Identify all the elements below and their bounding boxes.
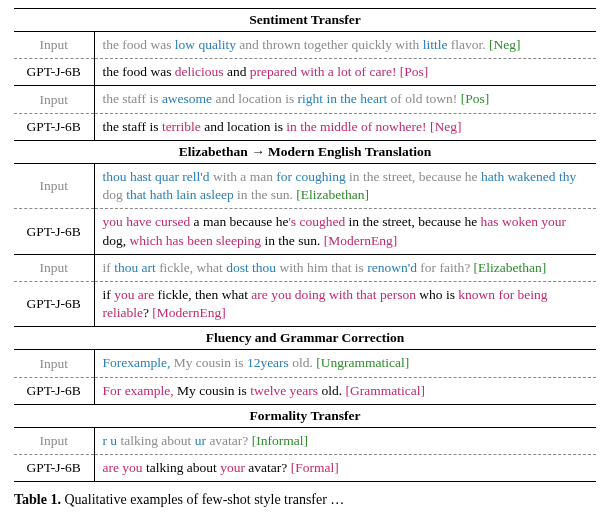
text-segment: talking about [143, 460, 221, 475]
section-title: Fluency and Grammar Correction [14, 327, 596, 350]
text-segment: the staff is [103, 119, 162, 134]
text-segment: [Formal] [291, 460, 339, 475]
text-segment: ? [143, 305, 152, 320]
text-segment: renown'd [367, 260, 417, 275]
row-label-input: Input [14, 86, 94, 113]
section-header: Elizabethan → Modern English Translation [14, 140, 596, 163]
text-segment: your [220, 460, 245, 475]
text-segment: ur [195, 433, 206, 448]
text-segment: fickle, then what [154, 287, 251, 302]
text-segment: right in the heart [298, 91, 388, 106]
text-segment: and location is [201, 119, 286, 134]
row-label-model: GPT-J-6B [14, 455, 94, 482]
table-row: Inputthe food was low quality and thrown… [14, 32, 596, 59]
caption-text: Qualitative examples of few-shot style t… [61, 492, 344, 507]
text-segment: and thrown together quickly with [236, 37, 423, 52]
text-segment: [ModernEng] [152, 305, 225, 320]
row-label-input: Input [14, 163, 94, 208]
text-segment: 's coughed [288, 214, 345, 229]
text-segment: with him that is [276, 260, 367, 275]
text-segment: My cousin is [174, 383, 251, 398]
text-segment: you have cursed [103, 214, 191, 229]
style-transfer-table: Sentiment TransferInputthe food was low … [14, 8, 596, 482]
text-segment: avatar? [206, 433, 252, 448]
row-label-model: GPT-J-6B [14, 281, 94, 326]
output-text: the food was delicious and prepared with… [94, 59, 596, 86]
text-segment: the food was [103, 64, 175, 79]
output-text: you have cursed a man because he's cough… [94, 209, 596, 254]
text-segment: which has been sleeping [130, 233, 262, 248]
input-text: thou hast quar rell'd with a man for cou… [94, 163, 596, 208]
table-row: GPT-J-6Byou have cursed a man because he… [14, 209, 596, 254]
table-row: GPT-J-6Bthe food was delicious and prepa… [14, 59, 596, 86]
text-segment: in the sun. [234, 187, 297, 202]
table-row: GPT-J-6Bare you talking about your avata… [14, 455, 596, 482]
text-segment: little [423, 37, 448, 52]
text-segment: My cousin is [170, 355, 247, 370]
text-segment: if [103, 287, 115, 302]
row-label-model: GPT-J-6B [14, 113, 94, 140]
text-segment: [Informal] [252, 433, 308, 448]
text-segment: old. [289, 355, 316, 370]
text-segment: the food was [103, 37, 175, 52]
text-segment: twelve years [250, 383, 318, 398]
text-segment: a man because he [190, 214, 288, 229]
text-segment: awesome [162, 91, 212, 106]
text-segment: for faith? [417, 260, 474, 275]
table-row: Inputthou hast quar rell'd with a man fo… [14, 163, 596, 208]
text-segment: flavor. [447, 37, 489, 52]
table-row: InputForexample, My cousin is 12years ol… [14, 350, 596, 377]
output-text: For example, My cousin is twelve years o… [94, 377, 596, 404]
text-segment: [Elizabethan] [474, 260, 547, 275]
page: Sentiment TransferInputthe food was low … [0, 0, 610, 512]
output-text: the staff is terrible and location is in… [94, 113, 596, 140]
text-segment: [ModernEng] [324, 233, 397, 248]
text-segment: [Pos] [400, 64, 429, 79]
text-segment: Forexample, [103, 355, 171, 370]
text-segment: dog, [103, 233, 130, 248]
text-segment: are you [103, 460, 143, 475]
table-row: Inputif thou art fickle, what dost thou … [14, 254, 596, 281]
row-label-model: GPT-J-6B [14, 377, 94, 404]
text-segment: you are [114, 287, 154, 302]
text-segment: For example, [103, 383, 174, 398]
table-caption: Table 1. Qualitative examples of few-sho… [14, 492, 596, 508]
text-segment: avatar? [245, 460, 291, 475]
section-header: Sentiment Transfer [14, 9, 596, 32]
row-label-model: GPT-J-6B [14, 209, 94, 254]
text-segment: that hath lain asleep [126, 187, 234, 202]
text-segment: [Grammatical] [345, 383, 424, 398]
table-row: GPT-J-6Bthe staff is terrible and locati… [14, 113, 596, 140]
text-segment: who is [416, 287, 458, 302]
text-segment: and location is [212, 91, 297, 106]
text-segment: with a man [210, 169, 277, 184]
text-segment: in the street, because he [345, 214, 480, 229]
text-segment: dost thou [226, 260, 276, 275]
section-title: Elizabethan → Modern English Translation [14, 140, 596, 163]
text-segment: thou art [114, 260, 156, 275]
output-text: are you talking about your avatar? [Form… [94, 455, 596, 482]
row-label-model: GPT-J-6B [14, 59, 94, 86]
text-segment: dog [103, 187, 127, 202]
text-segment: terrible [162, 119, 201, 134]
table-row: GPT-J-6BFor example, My cousin is twelve… [14, 377, 596, 404]
text-segment: and [224, 64, 250, 79]
text-segment: for coughing [276, 169, 345, 184]
caption-label: Table 1. [14, 492, 61, 507]
row-label-input: Input [14, 254, 94, 281]
text-segment: old. [318, 383, 345, 398]
section-header: Fluency and Grammar Correction [14, 327, 596, 350]
text-segment: thou hast quar rell'd [103, 169, 210, 184]
text-segment: hath wakened thy [481, 169, 576, 184]
text-segment: r u [103, 433, 118, 448]
input-text: Forexample, My cousin is 12years old. [U… [94, 350, 596, 377]
text-segment: of old town! [387, 91, 461, 106]
row-label-input: Input [14, 350, 94, 377]
text-segment: prepared with a lot of care! [250, 64, 397, 79]
text-segment: low quality [175, 37, 236, 52]
text-segment: if [103, 260, 115, 275]
row-label-input: Input [14, 427, 94, 454]
section-title: Formality Transfer [14, 404, 596, 427]
section-title: Sentiment Transfer [14, 9, 596, 32]
output-text: if you are fickle, then what are you doi… [94, 281, 596, 326]
